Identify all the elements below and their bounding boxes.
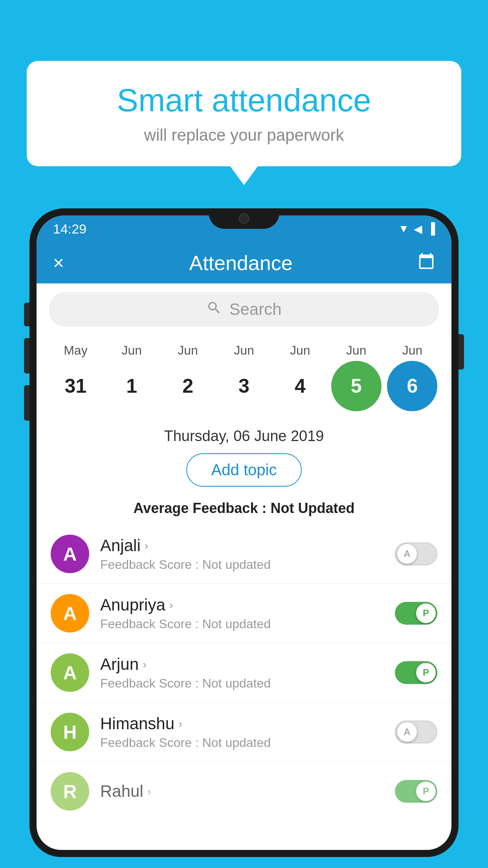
toggle-anupriya[interactable]: P — [395, 602, 437, 625]
student-item-partial[interactable]: R Rahul › P — [37, 762, 451, 821]
feedback-arjun: Feedback Score : Not updated — [100, 676, 395, 691]
avatar-himanshu: H — [51, 713, 89, 751]
chevron-anjali: › — [145, 539, 149, 552]
avatar-arjun: A — [51, 653, 89, 692]
toggle-thumb-anjali: A — [397, 544, 417, 564]
search-placeholder: Search — [229, 300, 281, 319]
phone-screen: 14:29 ▼ ◀ ▐ × Attendance — [37, 215, 451, 850]
month-jun6: Jun — [387, 343, 437, 358]
search-bar[interactable]: Search — [49, 292, 439, 327]
phone-notch — [209, 208, 279, 229]
avatar-partial: R — [51, 772, 89, 811]
bubble-subtitle: will replace your paperwork — [50, 126, 438, 145]
selected-date-label: Thursday, 06 June 2019 — [37, 421, 451, 453]
student-info-partial: Rahul › — [100, 782, 395, 801]
student-info-anupriya: Anupriya › Feedback Score : Not updated — [100, 596, 395, 631]
status-time: 14:29 — [53, 221, 86, 237]
avatar-anupriya: A — [51, 594, 89, 633]
avg-feedback: Average Feedback : Not Updated — [37, 496, 451, 524]
close-button[interactable]: × — [53, 252, 64, 274]
calendar-icon[interactable] — [418, 252, 435, 274]
month-jun5: Jun — [331, 343, 382, 358]
toggle-container-anjali: A — [395, 542, 437, 565]
student-name-arjun: Arjun › — [100, 655, 395, 674]
toggle-thumb-anupriya: P — [416, 603, 436, 623]
add-topic-button[interactable]: Add topic — [186, 453, 302, 487]
date-row: 31 1 2 3 4 5 6 — [37, 358, 451, 421]
bubble-title: Smart attendance — [50, 83, 438, 118]
month-jun4: Jun — [275, 343, 325, 358]
date-5-selected[interactable]: 5 — [331, 361, 382, 411]
header-title: Attendance — [189, 251, 292, 275]
volume-down-button — [24, 385, 29, 421]
toggle-himanshu[interactable]: A — [395, 721, 437, 743]
speech-bubble: Smart attendance will replace your paper… — [27, 61, 461, 166]
toggle-thumb-partial: P — [416, 782, 436, 801]
student-item-anjali[interactable]: A Anjali › Feedback Score : Not updated … — [37, 524, 451, 584]
chevron-himanshu: › — [178, 717, 182, 730]
toggle-partial[interactable]: P — [395, 780, 437, 803]
month-row: May Jun Jun Jun Jun Jun Jun — [37, 343, 451, 358]
toggle-container-arjun: P — [395, 661, 437, 684]
date-31[interactable]: 31 — [50, 361, 101, 411]
front-camera — [238, 213, 250, 224]
toggle-container-himanshu: A — [395, 721, 437, 743]
month-jun3: Jun — [219, 343, 269, 358]
date-3[interactable]: 3 — [219, 361, 269, 411]
mute-button — [24, 303, 29, 326]
toggle-thumb-himanshu: A — [397, 722, 417, 742]
chevron-partial: › — [147, 785, 151, 798]
date-1[interactable]: 1 — [106, 361, 157, 411]
date-4[interactable]: 4 — [275, 361, 325, 411]
student-item-anupriya[interactable]: A Anupriya › Feedback Score : Not update… — [37, 584, 451, 643]
chevron-arjun: › — [143, 658, 147, 671]
student-name-partial: Rahul › — [100, 782, 395, 801]
phone-frame: 14:29 ▼ ◀ ▐ × Attendance — [29, 208, 459, 868]
search-icon — [206, 300, 222, 319]
student-info-arjun: Arjun › Feedback Score : Not updated — [100, 655, 395, 691]
month-jun1: Jun — [106, 343, 157, 358]
toggle-container-anupriya: P — [395, 602, 437, 625]
toggle-container-partial: P — [395, 780, 437, 803]
feedback-himanshu: Feedback Score : Not updated — [100, 736, 395, 750]
feedback-anupriya: Feedback Score : Not updated — [100, 617, 395, 631]
calendar-section: May Jun Jun Jun Jun Jun Jun 31 1 2 3 4 5… — [37, 335, 451, 421]
search-container: Search — [37, 283, 451, 335]
student-name-anjali: Anjali › — [100, 536, 395, 555]
battery-icon: ▐ — [427, 223, 435, 235]
app-header: × Attendance — [37, 242, 451, 283]
avatar-anjali: A — [51, 535, 89, 573]
date-2[interactable]: 2 — [163, 361, 213, 411]
feedback-anjali: Feedback Score : Not updated — [100, 557, 395, 572]
avg-feedback-label: Average Feedback : — [134, 500, 267, 516]
student-info-himanshu: Himanshu › Feedback Score : Not updated — [100, 714, 395, 750]
toggle-anjali[interactable]: A — [395, 542, 437, 565]
phone-outer: 14:29 ▼ ◀ ▐ × Attendance — [29, 208, 459, 857]
toggle-arjun[interactable]: P — [395, 661, 437, 684]
power-button — [459, 334, 464, 370]
student-name-himanshu: Himanshu › — [100, 714, 395, 733]
toggle-thumb-arjun: P — [416, 663, 436, 682]
student-list: A Anjali › Feedback Score : Not updated … — [37, 524, 451, 821]
student-info-anjali: Anjali › Feedback Score : Not updated — [100, 536, 395, 572]
volume-up-button — [24, 338, 29, 373]
student-item-himanshu[interactable]: H Himanshu › Feedback Score : Not update… — [37, 702, 451, 762]
speech-bubble-container: Smart attendance will replace your paper… — [27, 61, 461, 166]
student-name-anupriya: Anupriya › — [100, 596, 395, 614]
chevron-anupriya: › — [169, 598, 173, 612]
avg-feedback-value: Not Updated — [270, 500, 354, 516]
month-may: May — [50, 343, 101, 358]
status-icons: ▼ ◀ ▐ — [398, 223, 435, 235]
date-6-today[interactable]: 6 — [387, 361, 437, 411]
student-item-arjun[interactable]: A Arjun › Feedback Score : Not updated P — [37, 643, 451, 702]
add-topic-container: Add topic — [37, 453, 451, 496]
signal-icon: ◀ — [414, 223, 422, 235]
wifi-icon: ▼ — [398, 223, 409, 235]
month-jun2: Jun — [163, 343, 213, 358]
